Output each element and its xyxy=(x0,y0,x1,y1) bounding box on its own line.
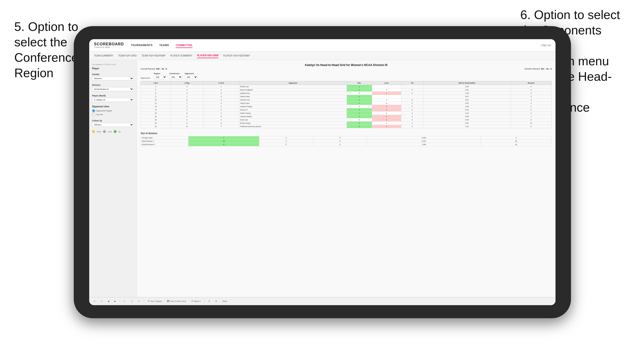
table-row: 9 1 4 Sharon Mun 1 3.67 3 xyxy=(141,95,552,98)
ood-table-row: NCAA Division 2 5 0 0 7.400 10 xyxy=(141,143,552,146)
sep1 xyxy=(120,300,120,303)
sub-nav-player-h2h-grid[interactable]: PLAYER H2H GRID xyxy=(197,53,218,58)
table-row: 10 6 3 Andrea York 2 0 0 4.00 4 xyxy=(141,98,552,102)
left-panel: Last Updated: 27/03/2024 14:34 Player Ge… xyxy=(89,60,137,297)
view-original-btn[interactable]: 👁 View: Original xyxy=(146,300,163,303)
table-row: 5 2 2 Alexis Sudijanto 1 0 0 4.00 3 xyxy=(141,88,552,92)
filter-row: Opponents: Region (All) Conference (All) xyxy=(140,72,552,79)
opponent-filter-label: Opponent xyxy=(184,72,198,75)
legend-up-dot xyxy=(114,130,116,133)
logo-text: SCOREBOARD xyxy=(94,42,124,46)
th-div: # Div xyxy=(141,81,171,85)
opponents-label: Opponents: xyxy=(140,77,150,79)
nav-right: | Sign out xyxy=(541,44,551,46)
sep3 xyxy=(204,300,204,303)
conference-filter-select[interactable]: (All) xyxy=(169,75,182,79)
division-record: Division Record: 331 - 34 - 6 xyxy=(524,68,552,70)
sign-out-link[interactable]: | Sign out xyxy=(541,44,551,46)
paste-btn[interactable]: 📋 xyxy=(129,300,134,303)
th-opponent: Opponent xyxy=(239,81,346,85)
overall-record: Overall Record: 353 - 34 - 6 xyxy=(140,68,167,70)
gender-select[interactable]: Women's Men's xyxy=(92,76,134,80)
last-updated: Last Updated: 27/03/2024 14:34 xyxy=(92,64,134,65)
bottom-toolbar: ↩ ↪ ◀ ▶ ✂ 📋 ↻ 👁 View: Original 💾 Save Cu… xyxy=(89,297,556,305)
back-btn[interactable]: ◀ xyxy=(106,300,110,303)
fwd-btn[interactable]: ▶ xyxy=(113,300,117,303)
refresh-btn[interactable]: ↻ xyxy=(137,300,141,303)
table-row: 18 2 2 Euna Lee 0 2 0 -5.00 2 xyxy=(141,118,552,122)
region-filter-group: Region (All) xyxy=(154,72,167,79)
table-row: 16 3 5 Jessica Mason 1 2 0 -0.94 7 xyxy=(141,115,552,118)
tablet-frame: SCOREBOARD Powered by clippd TOURNAMENTS… xyxy=(74,26,571,318)
top-nav: SCOREBOARD Powered by clippd TOURNAMENTS… xyxy=(89,39,556,51)
radio-top100[interactable]: Top 100 xyxy=(92,113,134,116)
th-rounds: Rounds xyxy=(510,81,552,85)
conference-filter-label: Conference xyxy=(169,72,182,75)
records-row: Overall Record: 353 - 34 - 6 Division Re… xyxy=(140,68,552,70)
sub-nav-team-h2h-heatmap[interactable]: TEAM H2H HEATMAP xyxy=(142,53,166,58)
player-rank-section: Player (Rank) 8. Katelyn Vo xyxy=(92,95,134,102)
table-header-row: # Div # Reg # Conf Opponent Win Loss Tie… xyxy=(141,81,552,85)
table-row: 13 1 1 Jessica Huang 0 1 0 -3.00 2 xyxy=(141,105,552,108)
legend-level-label: Level xyxy=(108,131,112,133)
th-diff: Diff Av Strokes/Rnd xyxy=(423,81,511,85)
sub-nav-player-summary[interactable]: PLAYER SUMMARY xyxy=(170,53,192,58)
cut-btn[interactable]: ✂ xyxy=(122,300,127,303)
upload-btn[interactable]: ⬆ xyxy=(207,300,212,303)
legend-down-dot xyxy=(92,130,95,133)
nav-tournaments[interactable]: TOURNAMENTS xyxy=(131,43,153,48)
player-rank-select[interactable]: 8. Katelyn Vo xyxy=(92,98,134,102)
table-row: 20 11 7 Federica Domecq Lacroze 2 1 0 1.… xyxy=(141,125,552,128)
th-reg: # Reg xyxy=(170,81,203,85)
colour-by-select[interactable]: Win/loss xyxy=(92,123,134,127)
sub-nav-player-h2h-heatmap[interactable]: PLAYER H2H HEATMAP xyxy=(223,53,250,58)
table-row: 14 7 4 Eunice Yi 2 2 0 0.38 9 xyxy=(141,108,552,112)
table-row: 11 2 5 Heejo Hyun 1 0 0 3.33 3 xyxy=(141,102,552,105)
opponent-view-section: Opponent view Opponents Played Top 100 xyxy=(92,105,134,116)
table-row: 6 3 3 Sydney Kuo 0 1 0 -1.00 3 xyxy=(141,92,552,95)
legend-up-label: Up xyxy=(118,131,120,133)
save-custom-view-btn[interactable]: 💾 Save Custom View xyxy=(166,300,188,303)
table-row: 3 3 1 Esther Lee 1 1.50 4 xyxy=(141,85,552,88)
download-btn[interactable]: ⬇ xyxy=(214,300,218,303)
legend-down-label: Down xyxy=(97,131,101,133)
gender-section: Gender Women's Men's xyxy=(92,73,134,80)
redo-btn[interactable]: ↪ xyxy=(100,300,104,303)
opponent-view-label: Opponent view xyxy=(92,105,134,108)
share-btn[interactable]: Share xyxy=(221,300,228,303)
region-filter-select[interactable]: (All) xyxy=(154,75,167,79)
radio-opponents-played[interactable]: Opponents Played xyxy=(92,109,134,112)
legend-level-dot xyxy=(103,130,106,133)
colour-by-section: Colour by Win/loss xyxy=(92,119,134,127)
nav-committee[interactable]: COMMITTEE xyxy=(176,43,192,48)
undo-btn[interactable]: ↩ xyxy=(92,300,97,303)
colour-by-label: Colour by xyxy=(92,119,134,122)
nav-teams[interactable]: TEAMS xyxy=(159,43,169,48)
main-table: # Div # Reg # Conf Opponent Win Loss Tie… xyxy=(140,81,552,128)
data-area: Katelyn Vo Head-to-Head Grid for Women's… xyxy=(137,60,556,297)
player-label: Player xyxy=(92,67,134,70)
ood-table-row: NAIA Division 1 15 0 0 9.267 30 xyxy=(141,140,552,143)
logo-area: SCOREBOARD Powered by clippd xyxy=(94,42,124,48)
player-section: Player xyxy=(92,67,134,70)
watch-btn[interactable]: 👁 Watch ▾ xyxy=(190,300,202,303)
region-filter-label: Region xyxy=(154,72,167,75)
division-select[interactable]: NCAA Division III NCAA Division I NCAA D… xyxy=(92,87,134,91)
conference-filter-group: Conference (All) xyxy=(169,72,182,79)
ood-table-row: Foreign Team 1 0 0 4.500 2 xyxy=(141,136,552,140)
gender-label: Gender xyxy=(92,73,134,76)
sub-nav-team-summary[interactable]: TEAM SUMMARY xyxy=(94,53,114,58)
legend: Down Level Up xyxy=(92,130,134,133)
th-conf: # Conf xyxy=(203,81,239,85)
division-label: Division xyxy=(92,84,134,86)
th-tie: Tie xyxy=(401,81,423,85)
nav-items: TOURNAMENTS TEAMS COMMITTEE xyxy=(131,43,541,48)
opponent-filter-select[interactable]: (All) xyxy=(184,75,198,79)
player-rank-label: Player (Rank) xyxy=(92,95,134,97)
sep2 xyxy=(144,300,144,303)
th-loss: Loss xyxy=(372,81,401,85)
sub-nav-team-h2h-grid[interactable]: TEAM H2H GRID xyxy=(118,53,137,58)
opponent-view-radios: Opponents Played Top 100 xyxy=(92,109,134,116)
logo-sub: Powered by clippd xyxy=(94,46,124,48)
division-section: Division NCAA Division III NCAA Division… xyxy=(92,84,134,91)
